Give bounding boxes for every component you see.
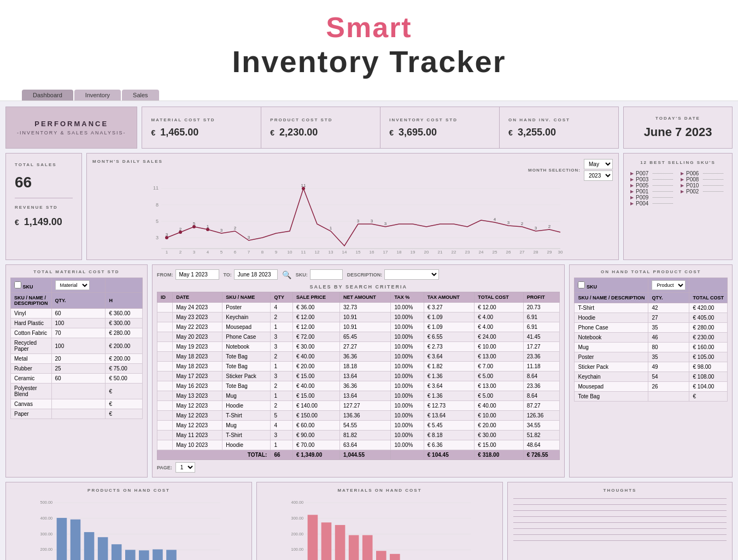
best-title: 12 BEST SELLING SKU'S xyxy=(630,160,725,165)
best-item-p010: ▶ P010 xyxy=(681,182,725,188)
oh-name: T-Shirt xyxy=(575,303,648,313)
mat-qty: 25 xyxy=(51,364,106,374)
best-item-p008: ▶ P008 xyxy=(681,176,725,182)
material-sku-checkbox[interactable] xyxy=(14,281,21,288)
sale-id xyxy=(157,313,173,322)
svg-rect-88 xyxy=(308,515,318,560)
total-total: € 318.00 xyxy=(475,450,523,460)
tab-inventory[interactable]: Inventory xyxy=(74,90,121,101)
svg-text:8: 8 xyxy=(156,202,159,208)
mat-qty: 70 xyxy=(51,328,106,338)
oh-name: Notebook xyxy=(575,333,648,343)
search-icon-field: 🔍 xyxy=(282,270,291,279)
best-item-p005: ▶ P005 xyxy=(630,182,675,188)
sale-price: € 140.00 xyxy=(292,401,339,411)
month-selection: MONTH SELECTION: May June 2023 xyxy=(528,159,613,181)
on-hand-table-row: Sticker Pack 49 € 98.00 xyxy=(575,362,728,372)
sale-profit: 34.55 xyxy=(523,421,560,431)
sale-qty: 2 xyxy=(271,381,293,391)
sales-table-row: May 16 2023 Tote Bag 2 € 40.00 36.36 10.… xyxy=(157,381,560,391)
sale-date: May 16 2023 xyxy=(173,381,222,391)
sale-price: € 60.00 xyxy=(292,421,339,431)
svg-text:25: 25 xyxy=(493,250,497,254)
sale-sku: Mug xyxy=(222,391,271,401)
sale-net: 27.27 xyxy=(340,342,391,352)
sales-by-title: SALES BY SEARCH CRITERIA xyxy=(310,284,407,290)
col-qty: QTY xyxy=(271,292,293,303)
oh-cost: € 104.00 xyxy=(689,382,728,392)
revenue-value: € 1,149.00 xyxy=(15,216,73,228)
svg-text:11: 11 xyxy=(301,250,306,254)
best-grid: ▶ P007 ▶ P003 ▶ P005 ▶ P001 ▶ P009 ▶ P00… xyxy=(630,170,725,207)
svg-text:100.00: 100.00 xyxy=(291,547,304,552)
svg-text:200.00: 200.00 xyxy=(291,532,304,537)
from-input[interactable] xyxy=(175,269,219,280)
svg-text:3: 3 xyxy=(384,221,387,226)
to-input[interactable] xyxy=(234,269,278,280)
sale-profit: 6.91 xyxy=(523,313,560,322)
svg-rect-91 xyxy=(349,535,359,561)
tab-dashboard[interactable]: Dashboard xyxy=(22,90,73,101)
svg-text:13: 13 xyxy=(329,250,333,254)
material-table-row: Polyester Blend € xyxy=(11,384,143,399)
svg-rect-93 xyxy=(376,551,386,560)
svg-text:16: 16 xyxy=(370,250,374,254)
sale-price: € 30.00 xyxy=(292,342,339,352)
sale-tax-amt: € 12.73 xyxy=(424,401,475,411)
on-hand-dropdown[interactable]: Product xyxy=(652,280,686,290)
date-label: TODAY'S DATE xyxy=(655,116,700,121)
svg-text:3: 3 xyxy=(166,232,168,237)
mat-h: € xyxy=(106,409,143,419)
sale-price: € 12.00 xyxy=(292,313,339,322)
sale-profit: 51.82 xyxy=(523,431,560,440)
year-select[interactable]: 2023 xyxy=(584,170,613,181)
sales-table-row: May 12 2023 T-Shirt 5 € 150.00 136.36 10… xyxy=(157,411,560,421)
material-table-row: Paper € xyxy=(11,409,143,419)
oh-qty: 42 xyxy=(648,303,689,313)
sale-id xyxy=(157,421,173,431)
month-select[interactable]: May June xyxy=(584,159,613,169)
oh-name: Poster xyxy=(575,352,648,362)
oh-cost: € 160.00 xyxy=(689,343,728,352)
sale-price: € 15.00 xyxy=(292,391,339,401)
sale-sku: Notebook xyxy=(222,342,271,352)
sale-profit: 17.27 xyxy=(523,342,560,352)
svg-rect-94 xyxy=(390,554,400,560)
sale-net: 81.82 xyxy=(340,431,391,440)
mat-name: Recycled Paper xyxy=(11,338,52,354)
sale-tax-amt: € 13.64 xyxy=(424,411,475,421)
tab-sales[interactable]: Sales xyxy=(122,90,159,101)
svg-text:3: 3 xyxy=(156,235,159,240)
desc-label: DESCRIPTION: xyxy=(347,272,383,278)
oh-qty: 46 xyxy=(648,333,689,343)
sale-tax-amt: € 3.64 xyxy=(424,381,475,391)
sale-price: € 15.00 xyxy=(292,372,339,381)
material-dropdown[interactable]: Material xyxy=(55,280,90,290)
sale-tax-amt: € 1.36 xyxy=(424,391,475,401)
sale-sku: Poster xyxy=(222,303,271,313)
search-icon[interactable]: 🔍 xyxy=(282,270,291,279)
kpi-inventory-cost: INVENTORY COST STD € 3,695.00 xyxy=(380,107,500,148)
sale-qty: 3 xyxy=(271,372,293,381)
mat-qty xyxy=(51,399,106,409)
sale-qty: 3 xyxy=(271,342,293,352)
svg-rect-92 xyxy=(362,535,373,561)
desc-select[interactable] xyxy=(384,269,439,280)
svg-text:22: 22 xyxy=(452,250,456,254)
material-table-row: Cotton Fabric 70 € 280.00 xyxy=(11,328,143,338)
sku-field: SKU: xyxy=(296,269,343,280)
oh-col-cost: TOTAL COST xyxy=(689,293,728,303)
thoughts-title: THOUGHTS xyxy=(513,488,727,493)
oh-cost: € 98.00 xyxy=(689,362,728,372)
sale-id xyxy=(157,322,173,332)
mat-h: € 200.00 xyxy=(106,354,143,364)
svg-rect-73 xyxy=(98,537,108,560)
sale-id xyxy=(157,362,173,372)
page-select[interactable]: 1 2 xyxy=(175,462,195,473)
sku-input[interactable] xyxy=(310,269,343,280)
svg-text:3: 3 xyxy=(193,250,196,254)
sale-id xyxy=(157,431,173,440)
best-item-p009: ▶ P009 xyxy=(630,194,675,201)
sale-tax-amt: € 3.64 xyxy=(424,352,475,362)
on-hand-sku-checkbox[interactable] xyxy=(578,281,585,288)
